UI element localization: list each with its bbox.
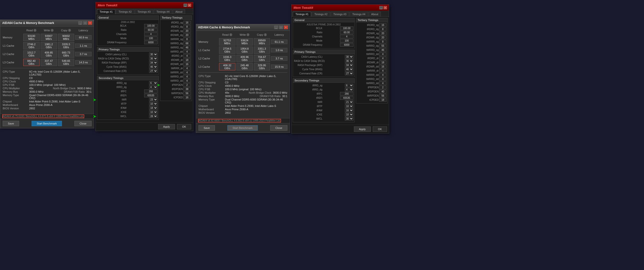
read-info-icon-1[interactable]: i [34,29,36,32]
mem-close-2[interactable]: ✕ [384,6,387,9]
twrrd-sg-input-2[interactable] [379,40,386,43]
twrrd-dd-input-1[interactable] [183,50,191,53]
refi-input-2[interactable] [340,96,354,100]
cke-select-2[interactable]: 10 [345,113,354,116]
irp-select-1[interactable]: 34 [149,61,158,64]
tprpden-input-1[interactable] [183,83,191,87]
faw-select-1[interactable]: 18 [149,106,158,110]
tab-timings4-1[interactable]: Timings #4 [154,9,172,14]
twrrd-sg2-input-1[interactable] [183,46,191,49]
ok-button-2[interactable]: OK [373,126,387,132]
wcl-select-2[interactable]: 30 [345,117,354,121]
cr-select-1[interactable]: 2T [149,69,158,73]
irrd-sg-select-1[interactable]: 6 [149,81,158,85]
write-info-icon-2[interactable]: i [246,33,250,36]
close-aida1-button[interactable]: Close [74,121,92,126]
trdwr-dd-input-2[interactable] [379,65,386,68]
wr-select-2[interactable]: 21 [345,100,354,104]
trdpden-input-2[interactable] [379,90,386,93]
copy-info-icon-2[interactable]: i [264,33,267,36]
cr-select-2[interactable]: 2T [345,72,354,75]
dram-freq-input-2[interactable] [340,43,354,47]
tab-timings3-1[interactable]: Timings #3 [135,9,153,14]
irrd-sg-select-2[interactable]: 6 [345,84,354,87]
tab-timings2-2[interactable]: Timings #2 [312,12,330,16]
trdwr-dr-input-1[interactable] [183,58,191,62]
wcl-select-1[interactable]: 28 [149,114,158,118]
refi-input-1[interactable] [144,94,158,97]
tcpded-input-1[interactable] [183,96,191,99]
save-button-2[interactable]: Save [198,125,215,131]
dram-freq-input-1[interactable] [144,41,158,44]
twrrd-dg-input-2[interactable] [379,44,386,48]
bclk-input-1[interactable] [144,24,158,28]
trdrd-dg-input-1[interactable] [183,25,191,29]
ras-select-1[interactable]: 46 [149,65,158,69]
twrrd-dg-input-1[interactable] [183,41,191,45]
tab-timings2-1[interactable]: Timings #2 [116,9,134,14]
trdrd-sg-input-2[interactable] [379,23,386,27]
close-aida2-button[interactable]: Close [270,125,287,131]
tab-timings3-2[interactable]: Timings #3 [331,12,349,16]
mode-input-2[interactable] [340,39,354,42]
cas-select-2[interactable]: 30 [345,55,354,59]
trdwr-dd-input-1[interactable] [183,62,191,66]
rfc-input-1[interactable] [144,89,158,93]
cke-select-1[interactable]: 10 [149,110,158,114]
twrrd-sg-input-1[interactable] [183,37,191,41]
wr-select-1[interactable]: 23 [149,98,158,101]
tab-timings4-2[interactable]: Timings #4 [350,12,368,16]
mem-minimize-2[interactable]: _ [380,6,383,9]
close-button-1[interactable]: ✕ [88,21,92,25]
start-benchmark-button-2[interactable]: Start Benchmark [228,125,258,131]
twrrd-sg2-input-2[interactable] [379,48,386,52]
irrd-dg-select-2[interactable]: 4 [345,88,354,91]
channels-input-2[interactable] [340,35,354,38]
twrrr-dd-input-2[interactable] [379,73,386,77]
trdwr-dg-input-1[interactable] [183,33,191,37]
trdwr-dr-input-2[interactable] [379,61,386,64]
tab-about-2[interactable]: About [369,12,381,16]
trdrd-dg-input-2[interactable] [379,27,386,31]
tab-timings1-2[interactable]: Timings #1 [293,12,311,16]
ratio-input-1[interactable] [144,28,158,32]
start-benchmark-button-1[interactable]: Start Benchmark [32,121,62,126]
apply-button-2[interactable]: Apply [354,126,371,132]
save-button-1[interactable]: Save [3,121,19,126]
minimize-button-2[interactable]: _ [274,26,278,29]
twrrr-dd-input-1[interactable] [183,71,191,74]
rcd-select-1[interactable]: 36 [149,57,158,60]
cas-select-1[interactable]: 30 [149,53,158,56]
apply-button-1[interactable]: Apply [158,124,175,129]
irrd-dg-select-1[interactable]: 4 [149,85,158,89]
tprpden-input-2[interactable] [379,86,386,89]
rfc-input-2[interactable] [340,92,354,96]
ok-button-1[interactable]: OK [177,124,191,129]
rtp-select-2[interactable]: 10 [345,104,354,108]
twrrd-dd-input-2[interactable] [379,52,386,56]
faw-select-2[interactable]: 16 [345,109,354,112]
twrrr-dr-input-2[interactable] [379,69,386,73]
trdrd-dr-input-2[interactable] [379,56,386,60]
mode-input-1[interactable] [144,36,158,40]
mem-minimize-1[interactable]: _ [184,4,187,7]
trdwr-dg-input-2[interactable] [379,36,386,39]
trdrd-dr-input-1[interactable] [183,54,191,58]
ratio-input-2[interactable] [340,30,354,34]
tab-timings1-1[interactable]: Timings #1 [97,9,115,14]
ras-select-2[interactable]: 46 [345,67,354,71]
irp-select-2[interactable]: 34 [345,63,354,67]
close-button-2[interactable]: ✕ [284,26,288,29]
tcpded-input-2[interactable] [379,98,386,102]
twrrd-dd3-input-2[interactable] [379,81,386,85]
twrrd-dd3-input-1[interactable] [183,79,191,83]
restore-button-2[interactable]: □ [279,26,283,29]
trdrd-sg-input-1[interactable] [183,21,191,24]
twrpden-input-2[interactable] [379,94,386,98]
twrpden-input-1[interactable] [183,91,191,95]
trdwr-sg-input-1[interactable] [183,29,191,33]
rtp-select-1[interactable]: 10 [149,102,158,106]
trdpden-input-1[interactable] [183,87,191,91]
restore-button-1[interactable]: □ [83,21,87,25]
mem-close-1[interactable]: ✕ [188,4,191,7]
